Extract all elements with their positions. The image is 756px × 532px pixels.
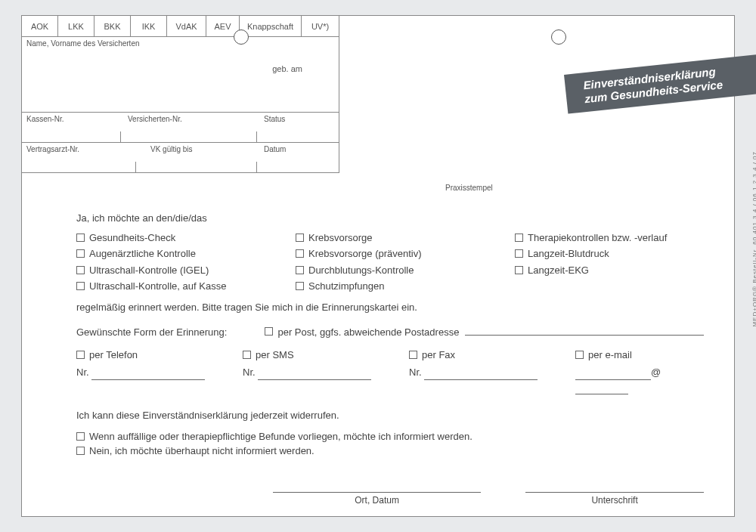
kassen-label: Kassen-Nr. (26, 115, 64, 123)
checkbox-icon[interactable] (76, 266, 85, 274)
insurer-ikk[interactable]: IKK (131, 16, 167, 37)
post-address-input[interactable] (465, 325, 704, 336)
place-date-input[interactable] (273, 492, 481, 493)
name-label: Name, Vorname des Versicherten (26, 39, 140, 48)
signature-input[interactable] (525, 492, 704, 493)
opt-fax[interactable]: per Fax (409, 348, 560, 363)
contact-row: per Telefon per SMS per Fax per e-mail (76, 348, 704, 363)
opt-langzeit-ekg[interactable]: Langzeit-EKG (515, 263, 711, 278)
checkbox-icon[interactable] (575, 351, 584, 359)
email-user-input[interactable] (575, 370, 651, 380)
number-row: Nr. Nr. Nr. @ (76, 365, 704, 394)
revoke-text: Ich kann diese Einverständniserklärung j… (76, 408, 704, 423)
insurer-row: AOK LKK BKK IKK VdAK AEV Knappschaft UV*… (22, 16, 339, 37)
tel-input[interactable] (91, 370, 205, 380)
reminder-text: regelmäßig erinnert werden. Bitte tragen… (76, 300, 704, 315)
checkbox-icon[interactable] (243, 351, 251, 359)
opt-krebsvorsorge[interactable]: Krebsvorsorge (296, 230, 507, 246)
opt-sms[interactable]: per SMS (243, 348, 394, 363)
insurer-knappschaft[interactable]: Knappschaft (240, 16, 302, 37)
intro-text: Ja, ich möchte an den/die/das (76, 211, 704, 226)
checkbox-icon[interactable] (76, 234, 85, 242)
vk-label: VK gültig bis (150, 145, 193, 153)
form-body: Ja, ich möchte an den/die/das Gesundheit… (76, 211, 704, 459)
praxisstempel-label: Praxisstempel (445, 184, 493, 192)
opt-langzeit-blutdruck[interactable]: Langzeit-Blutdruck (515, 246, 711, 261)
insurer-aok[interactable]: AOK (22, 16, 58, 37)
patient-row-2[interactable]: Kassen-Nr. Versicherten-Nr. Status (22, 113, 339, 143)
checkbox-icon[interactable] (76, 351, 85, 359)
vertragsarzt-label: Vertragsarzt-Nr. (26, 145, 79, 153)
insurer-uv[interactable]: UV*) (302, 16, 339, 37)
checkbox-icon[interactable] (76, 249, 85, 258)
datum-label: Datum (264, 145, 286, 153)
options-grid: Gesundheits-Check Krebsvorsorge Therapie… (76, 230, 704, 294)
opt-post: per Post, ggfs. abweichende Postadresse (277, 325, 459, 340)
opt-ultraschall-kasse[interactable]: Ultraschall-Kontrolle, auf Kasse (76, 279, 288, 294)
signature-row: Ort, Datum Unterschrift (76, 492, 704, 506)
checkbox-icon[interactable] (515, 234, 523, 242)
checkbox-icon[interactable] (76, 282, 85, 290)
insurer-bkk[interactable]: BKK (94, 16, 131, 37)
insurer-lkk[interactable]: LKK (58, 16, 94, 37)
fax-input[interactable] (424, 370, 538, 380)
opt-schutzimpfungen[interactable]: Schutzimpfungen (296, 279, 507, 294)
opt-krebsvorsorge-praeventiv[interactable]: Krebsvorsorge (präventiv) (296, 246, 507, 261)
place-date-label: Ort, Datum (355, 495, 399, 506)
geb-label: geb. am (272, 64, 302, 73)
opt-email[interactable]: per e-mail (575, 348, 632, 363)
form-label: Gewünschte Form der Erinnerung: (76, 325, 227, 340)
checkbox-icon[interactable] (76, 432, 85, 441)
form-page: AOK LKK BKK IKK VdAK AEV Knappschaft UV*… (21, 15, 735, 517)
checkbox-icon[interactable] (296, 234, 304, 242)
checkbox-icon[interactable] (265, 327, 273, 336)
checkbox-icon[interactable] (409, 351, 417, 359)
signature-label: Unterschrift (591, 495, 637, 506)
email-domain-input[interactable] (575, 384, 628, 394)
opt-augenaerztlich[interactable]: Augenärztliche Kontrolle (76, 246, 288, 261)
patient-row-3[interactable]: Vertragsarzt-Nr. VK gültig bis Datum (22, 143, 339, 173)
title-ribbon: Einverständniserklärung zum Gesundheits-… (564, 54, 756, 113)
status-label: Status (264, 115, 285, 123)
opt-ultraschall-igel[interactable]: Ultraschall-Kontrolle (IGEL) (76, 263, 288, 278)
opt-gesundheits-check[interactable]: Gesundheits-Check (76, 230, 288, 246)
patient-box: Name, Vorname des Versicherten geb. am K… (22, 37, 339, 173)
side-print-info: MED+ORG® Bestell-Nr. 60.401 3 4 / 06 1 2… (751, 151, 756, 327)
patient-name-row[interactable]: Name, Vorname des Versicherten geb. am (22, 37, 339, 113)
checkbox-icon[interactable] (76, 447, 85, 455)
circle-icon (551, 29, 566, 45)
opt-therapiekontrollen[interactable]: Therapiekontrollen bzw. -verlauf (515, 230, 711, 246)
versicherten-label: Versicherten-Nr. (128, 115, 182, 123)
checkbox-icon[interactable] (515, 249, 523, 258)
opt-durchblutung[interactable]: Durchblutungs-Kontrolle (296, 263, 507, 278)
opt-inform-yes[interactable]: Wenn auffällige oder therapiepflichtige … (76, 429, 704, 444)
checkbox-icon[interactable] (296, 249, 304, 258)
checkbox-icon[interactable] (515, 266, 523, 274)
checkbox-icon[interactable] (296, 282, 304, 290)
opt-inform-no[interactable]: Nein, ich möchte überhaupt nicht informi… (76, 444, 704, 459)
insurer-vdak[interactable]: VdAK (167, 16, 206, 37)
opt-telefon[interactable]: per Telefon (76, 348, 228, 363)
checkbox-icon[interactable] (296, 266, 304, 274)
sms-input[interactable] (258, 370, 371, 380)
